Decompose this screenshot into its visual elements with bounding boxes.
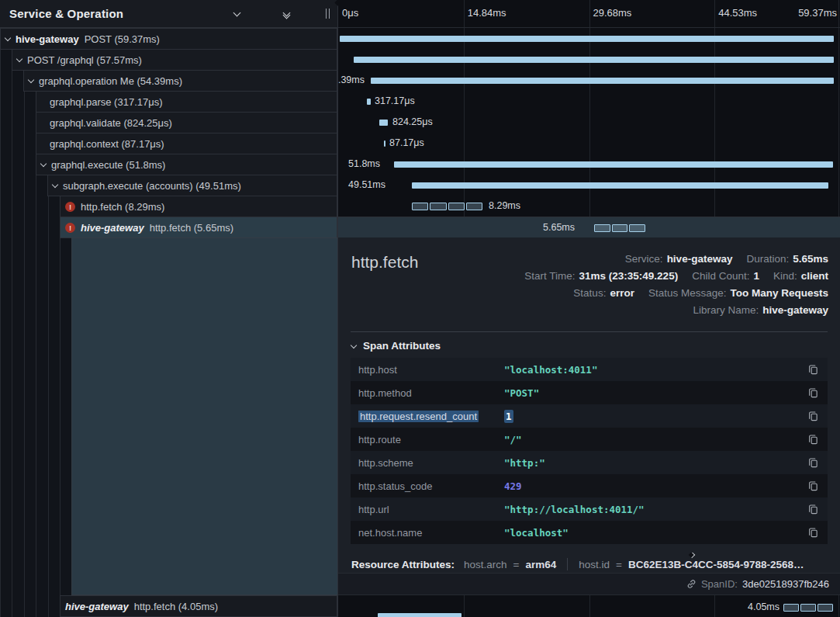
meta-value: hive-gateway — [762, 302, 828, 319]
span-operation: subgraph.execute (accounts) (49.51ms) — [63, 180, 241, 192]
attribute-value: "localhost" — [504, 527, 569, 539]
collapse-all-icon[interactable] — [281, 8, 293, 20]
chevron-down-icon[interactable] — [40, 161, 47, 167]
timeline-row-selected[interactable]: 5.65ms — [338, 217, 840, 238]
copy-button[interactable] — [807, 432, 820, 446]
copy-button[interactable] — [807, 502, 820, 516]
meta-label: Kind: — [773, 268, 797, 285]
timeline-row[interactable] — [338, 28, 840, 49]
span-bar[interactable] — [367, 99, 371, 105]
span-row-graphql-operation[interactable]: graphql.operation Me (54.39ms) — [23, 70, 337, 92]
panel-resize-handle[interactable] — [326, 9, 330, 19]
resource-attributes-title: Resource Attributes: — [351, 559, 455, 570]
copy-icon — [808, 434, 818, 445]
span-row-graphql-context[interactable]: graphql.context (87.17μs) — [36, 133, 337, 154]
copy-button[interactable] — [807, 362, 820, 376]
attribute-value: "/" — [504, 434, 522, 445]
span-bar[interactable] — [379, 120, 388, 126]
bar-duration-label: 4.05ms — [748, 601, 780, 612]
copy-button[interactable] — [807, 456, 820, 470]
chevron-down-icon[interactable] — [16, 56, 22, 62]
attribute-key: net.host.name — [358, 527, 504, 539]
attribute-key: http.route — [358, 434, 504, 445]
span-bar[interactable] — [384, 140, 385, 147]
span-row-graphql-validate[interactable]: graphql.validate (824.25μs) — [36, 112, 337, 133]
span-bar[interactable] — [371, 78, 834, 84]
span-operation: http.fetch (5.65ms) — [150, 222, 233, 234]
span-bar[interactable] — [394, 161, 833, 168]
meta-label: Child Count: — [692, 268, 749, 285]
span-operation: graphql.validate (824.25μs) — [50, 117, 172, 129]
partial-span-bar[interactable] — [378, 613, 461, 617]
span-row-http-fetch-5ms-selected[interactable]: ! hive-gateway http.fetch (5.65ms) — [60, 217, 337, 238]
timeline-tick: 59.37ms — [798, 7, 837, 19]
span-id-footer: SpanID: 3de02518937fb246 — [338, 573, 840, 594]
timeline-row[interactable] — [338, 49, 840, 70]
link-icon[interactable] — [686, 579, 697, 589]
copy-button[interactable] — [807, 525, 820, 539]
chevron-right-icon[interactable] — [256, 8, 268, 20]
attribute-key: http.host — [358, 364, 504, 376]
copy-icon — [808, 480, 818, 491]
span-operation: POST (59.37ms) — [85, 33, 160, 45]
attribute-value: "http:" — [504, 457, 545, 469]
timeline-row[interactable]: 49.51ms — [338, 175, 840, 196]
attribute-row: http.method "POST" — [351, 381, 828, 404]
span-row-graphql-execute[interactable]: graphql.execute (51.8ms) — [36, 154, 337, 175]
copy-button[interactable] — [807, 409, 820, 423]
timeline-row[interactable]: 8.29ms — [338, 196, 840, 217]
bar-duration-label: 54.39ms — [338, 75, 365, 85]
copy-icon — [808, 387, 818, 398]
span-operation: graphql.execute (51.8ms) — [51, 159, 165, 171]
bar-duration-label: 5.65ms — [543, 222, 575, 233]
timeline-row[interactable]: 54.39ms — [338, 70, 840, 91]
timeline-row[interactable]: 4.05ms — [338, 595, 840, 617]
resource-key: host.id — [579, 559, 610, 570]
attribute-key: http.url — [358, 504, 504, 515]
span-bar-segmented[interactable] — [783, 604, 833, 612]
attribute-key: http.method — [358, 387, 504, 399]
span-row-http-fetch-4ms[interactable]: hive-gateway http.fetch (4.05ms) — [60, 595, 337, 617]
chevron-down-icon[interactable] — [28, 77, 34, 83]
copy-button[interactable] — [807, 386, 820, 400]
span-attributes-toggle[interactable]: Span Attributes — [351, 340, 441, 352]
divider — [351, 331, 828, 332]
chevron-down-icon[interactable] — [52, 182, 58, 188]
chevron-down-icon[interactable] — [231, 8, 244, 20]
span-operation: POST /graphql (57.57ms) — [27, 54, 142, 66]
chevron-right-icon — [689, 553, 695, 558]
bar-duration-label: 87.17μs — [389, 137, 424, 148]
span-row-graphql-parse[interactable]: graphql.parse (317.17μs) — [36, 91, 337, 113]
span-meta: Service:hive-gateway Duration:5.65ms Sta… — [524, 251, 828, 319]
expand-all-icon[interactable] — [306, 8, 318, 20]
span-bar-segmented[interactable] — [594, 224, 645, 232]
tree-header-title: Service & Operation — [9, 7, 123, 20]
timeline-row[interactable]: 51.8ms — [338, 154, 840, 175]
chevron-down-icon[interactable] — [5, 35, 11, 41]
attribute-key: http.request.resend_count — [358, 411, 504, 422]
trace-viewer: { "left_header": { "title": "Service & O… — [0, 0, 840, 617]
error-icon: ! — [65, 202, 75, 212]
resource-value: BC62E13B-C4CC-5854-9788-2568… — [628, 559, 804, 570]
timeline-row[interactable]: 317.17μs — [338, 91, 840, 112]
span-bar-segmented[interactable] — [412, 203, 482, 210]
copy-icon — [808, 411, 818, 421]
meta-value: 1 — [753, 268, 759, 285]
span-row-http-fetch-8ms[interactable]: ! http.fetch (8.29ms) — [60, 196, 337, 217]
span-detail-panel: http.fetch Service:hive-gateway Duration… — [338, 237, 840, 595]
span-row-post-graphql[interactable]: POST /graphql (57.57ms) — [12, 49, 337, 71]
span-bar[interactable] — [340, 36, 834, 42]
meta-value: client — [801, 268, 828, 285]
span-bar[interactable] — [412, 182, 828, 189]
timeline-row[interactable]: 87.17μs — [338, 133, 840, 154]
divider — [567, 558, 568, 570]
timeline-header: 0μs 14.84ms 29.68ms 44.53ms 59.37ms — [338, 0, 840, 28]
meta-label: Library Name: — [693, 302, 759, 319]
span-row-subgraph-execute[interactable]: subgraph.execute (accounts) (49.51ms) — [47, 175, 337, 196]
span-row-hive-gateway-post[interactable]: hive-gateway POST (59.37ms) — [0, 28, 337, 50]
timeline-tick: 44.53ms — [718, 7, 757, 19]
copy-button[interactable] — [807, 479, 820, 493]
attribute-row: http.url "http://localhost:4011/" — [351, 497, 828, 521]
span-bar[interactable] — [354, 57, 834, 63]
timeline-row[interactable]: 824.25μs — [338, 112, 840, 133]
